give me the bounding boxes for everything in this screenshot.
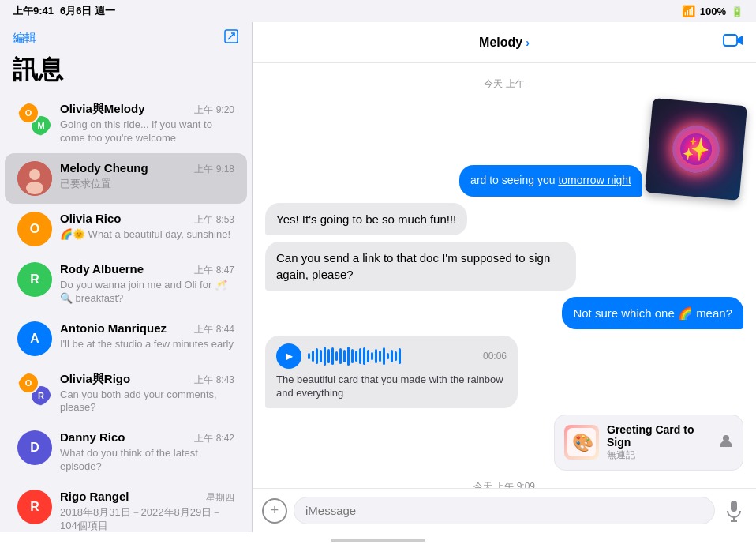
conversation-top: Olivia Rico 上午 8:53 [60, 212, 234, 227]
bubble: Can you send a link to that doc I'm supp… [265, 242, 576, 291]
conversation-content: Rody Albuerne 上午 8:47 Do you wanna join … [60, 262, 234, 306]
conversation-list: O M Olivia與Melody 上午 9:20 Going on this … [0, 94, 252, 532]
conversation-content: Olivia Rico 上午 8:53 🌈🌞 What a beautiful … [60, 212, 234, 242]
voice-caption: The beautiful card that you made with th… [276, 373, 507, 400]
conversation-content: Rigo Rangel 星期四 2018年8月31日－2022年8月29日－10… [60, 490, 234, 532]
home-indicator [0, 532, 756, 548]
conversation-time: 星期四 [206, 491, 234, 505]
avatar [17, 161, 52, 196]
conversation-preview: 已要求位置 [60, 178, 234, 191]
voice-duration: 00:06 [483, 351, 507, 362]
conversation-time: 上午 8:53 [194, 213, 234, 227]
conversation-name: Danny Rico [60, 430, 125, 444]
svg-text:🎨: 🎨 [572, 432, 594, 453]
card-subtitle: 無連記 [607, 449, 711, 462]
conversation-name: Olivia與Rigo [60, 372, 130, 387]
status-bar-left: 上午9:41 6月6日 週一 [13, 4, 115, 18]
svg-point-3 [29, 169, 40, 180]
conversation-name: Antonio Manriquez [60, 321, 167, 335]
list-item[interactable]: R Rody Albuerne 上午 8:47 Do you wanna joi… [5, 254, 247, 313]
chat-header: Melody › [253, 22, 756, 63]
conversation-top: Rigo Rangel 星期四 [60, 490, 234, 505]
list-item[interactable]: D Danny Rico 上午 8:42 What do you think o… [5, 422, 247, 482]
bubble: Yes! It's going to be so much fun!!! [265, 203, 467, 235]
message-row: Yes! It's going to be so much fun!!! [265, 203, 743, 235]
card-info: Greeting Card to Sign 無連記 [607, 423, 711, 462]
conversation-time: 上午 8:43 [194, 373, 234, 387]
conversation-preview: 2018年8月31日－2022年8月29日－104個項目 [60, 506, 234, 532]
svg-point-8 [723, 435, 729, 441]
avatar: O R [17, 372, 52, 407]
bubble: ard to seeing you tomorrow night [459, 165, 642, 197]
waveform [308, 345, 477, 367]
list-item[interactable]: O Olivia Rico 上午 8:53 🌈🌞 What a beautifu… [5, 204, 247, 254]
edit-button[interactable]: 編輯 [13, 31, 36, 46]
bubble: Not sure which one 🌈 mean? [562, 297, 743, 329]
video-call-button[interactable] [723, 32, 743, 52]
conversation-time: 上午 8:47 [194, 264, 234, 277]
avatar: O M [17, 102, 52, 137]
microphone-button[interactable] [721, 498, 747, 524]
list-item[interactable]: A Antonio Manriquez 上午 8:44 I'll be at t… [5, 313, 247, 364]
conversation-preview: Going on this ride... if you want to com… [60, 118, 234, 145]
photo-thumbnail: ✨ [645, 98, 747, 201]
conversation-time: 上午 8:44 [194, 323, 234, 336]
main-layout: 編輯 訊息 O M Olivia與Melody [0, 22, 756, 532]
conversation-top: Antonio Manriquez 上午 8:44 [60, 321, 234, 336]
conversation-top: Olivia與Melody 上午 9:20 [60, 102, 234, 117]
message-input[interactable] [294, 497, 715, 524]
svg-line-1 [228, 33, 234, 39]
conversation-name: Rigo Rangel [60, 490, 129, 503]
avatar: D [17, 430, 52, 465]
photo-message: ard to seeing you tomorrow night ✨ [459, 102, 743, 197]
conversation-content: Melody Cheung 上午 9:18 已要求位置 [60, 161, 234, 191]
messages-sidebar: 編輯 訊息 O M Olivia與Melody [0, 22, 253, 532]
avatar: R [17, 262, 52, 297]
conversation-time: 上午 8:42 [194, 432, 234, 445]
list-item[interactable]: Melody Cheung 上午 9:18 已要求位置 [5, 153, 247, 204]
home-bar [331, 539, 425, 542]
voice-controls: ▶ [276, 343, 507, 369]
conversation-preview: Do you wanna join me and Oli for 🥂🔍 brea… [60, 279, 234, 306]
message-row: Not sure which one 🌈 mean? [265, 297, 743, 329]
input-area: + [253, 488, 756, 532]
chat-area: Melody › 今天 上午 ard to seeing you tomorro… [253, 22, 756, 532]
conversation-name: Olivia與Melody [60, 102, 145, 117]
status-date: 6月6日 週一 [60, 4, 115, 18]
conversation-name: Olivia Rico [60, 212, 122, 225]
list-item[interactable]: O R Olivia與Rigo 上午 8:43 Can you both add… [5, 364, 247, 423]
avatar: R [17, 490, 52, 524]
svg-rect-5 [724, 35, 737, 46]
conversation-content: Olivia與Melody 上午 9:20 Going on this ride… [60, 102, 234, 145]
messages-container: 今天 上午 ard to seeing you tomorrow night ✨ [253, 63, 756, 488]
sidebar-title: 訊息 [0, 53, 252, 94]
date-label: 今天 上午 [265, 77, 743, 91]
svg-rect-9 [731, 501, 737, 512]
battery-icon: 🔋 [731, 6, 743, 17]
conversation-preview: Can you both add your comments, please? [60, 388, 234, 415]
greeting-card-bubble: 🎨 Greeting Card to Sign 無連記 [554, 415, 743, 471]
conversation-content: Antonio Manriquez 上午 8:44 I'll be at the… [60, 321, 234, 351]
list-item[interactable]: R Rigo Rangel 星期四 2018年8月31日－2022年8月29日－… [5, 482, 247, 532]
avatar: A [17, 321, 52, 356]
card-title: Greeting Card to Sign [607, 423, 711, 449]
play-button[interactable]: ▶ [276, 343, 301, 369]
voice-message-bubble: ▶ [265, 336, 518, 408]
message-row: ▶ [265, 336, 743, 408]
person-icon [719, 434, 733, 451]
chevron-right-icon: › [526, 36, 530, 49]
list-item[interactable]: O M Olivia與Melody 上午 9:20 Going on this … [5, 94, 247, 153]
conversation-content: Olivia與Rigo 上午 8:43 Can you both add you… [60, 372, 234, 415]
compose-button[interactable] [223, 28, 239, 48]
message-row: 🎨 Greeting Card to Sign 無連記 [265, 415, 743, 471]
sidebar-header: 編輯 [0, 22, 252, 53]
conversation-preview: What do you think of the latest episode? [60, 447, 234, 474]
conversation-preview: 🌈🌞 What a beautiful day, sunshine! [60, 228, 234, 242]
add-button[interactable]: + [262, 498, 287, 524]
conversation-top: Danny Rico 上午 8:42 [60, 430, 234, 445]
conversation-top: Rody Albuerne 上午 8:47 [60, 262, 234, 277]
conversation-top: Melody Cheung 上午 9:18 [60, 161, 234, 176]
status-bar: 上午9:41 6月6日 週一 📶 100% 🔋 [0, 0, 756, 22]
avatar: O [17, 212, 52, 246]
chat-contact-name[interactable]: Melody › [479, 36, 530, 50]
